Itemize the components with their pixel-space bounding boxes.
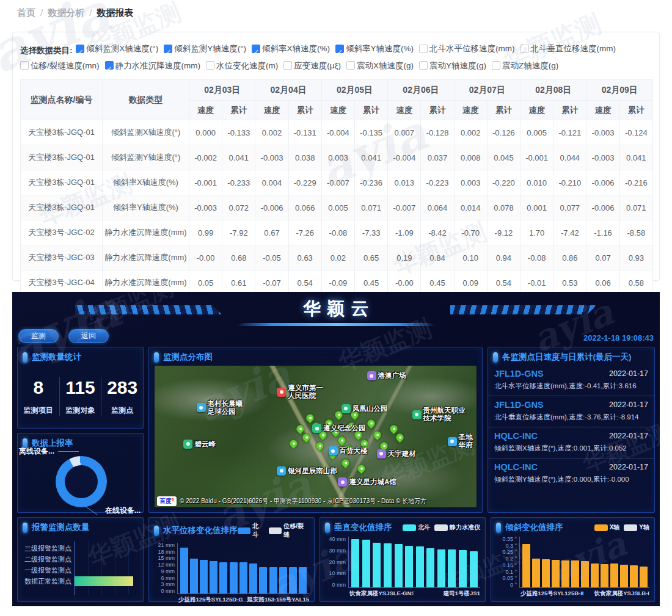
bar (416, 546, 424, 587)
cell-value: 0.013 (388, 170, 421, 195)
map-pin-icon[interactable] (288, 438, 299, 449)
checked-checkbox-icon[interactable] (252, 45, 260, 53)
bar (448, 549, 456, 587)
x-axis-label: 饮食家属楼YSJSLE-GNS (349, 590, 414, 598)
map-pin-icon[interactable] (388, 424, 399, 435)
breadcrumb-data-analysis[interactable]: 数据分析 (48, 7, 84, 18)
map-pin-icon[interactable] (314, 441, 325, 452)
panel-pill-icon (325, 523, 330, 533)
legend-item[interactable]: 位移/裂缝 (269, 522, 309, 539)
map-place[interactable]: 凤凰山公园 (341, 404, 388, 413)
filter-checkbox-item[interactable]: 震动Y轴速度(g) (419, 58, 486, 73)
filter-checkbox-item[interactable]: 震动Z轴速度(g) (492, 58, 558, 73)
map-place[interactable]: 老村长晨曦 足球公园 (197, 400, 243, 416)
cell-value: 0.19 (388, 245, 421, 270)
bar (620, 565, 628, 587)
map-place[interactable]: 遵义市第一 人民医院 (277, 384, 323, 400)
map-place[interactable]: 天宇建材 (377, 449, 416, 458)
legend-item[interactable]: 北斗 (238, 522, 265, 539)
map-pin-icon[interactable] (395, 432, 406, 443)
dashboard-datetime: 2022-1-18 19:08:43 (583, 333, 654, 342)
filter-checkbox-item[interactable]: 倾斜率X轴速度(%) (252, 41, 330, 56)
unchecked-checkbox-icon[interactable] (520, 45, 529, 53)
unchecked-checkbox-icon[interactable] (419, 61, 428, 70)
cell-value: -0.004 (388, 145, 421, 170)
map-place-label: 遵义纪念公园 (323, 424, 365, 432)
latest-list: JFL1D-GNS2022-01-17北斗水平位移速度(mm),速度:-0.41… (488, 365, 654, 489)
map-place[interactable]: 银河星辰南山郡 (277, 466, 337, 476)
map-place-marker-icon (329, 446, 338, 455)
cell-value: -0.08 (321, 220, 354, 245)
filter-checkbox-item[interactable]: 位移/裂缝速度(mn) (20, 58, 100, 73)
latest-reading-item[interactable]: HQLC-INC2022-01-17倾斜监测Y轴速度(°),速度:0.000,累… (488, 458, 654, 489)
bar (459, 550, 467, 587)
checked-checkbox-icon[interactable] (164, 45, 172, 53)
legend-item[interactable]: Y轴 (624, 523, 649, 532)
cell-value: -0.003 (586, 145, 619, 170)
checked-checkbox-icon[interactable] (335, 45, 344, 53)
map-place[interactable]: 碧云峰 (183, 440, 216, 449)
latest-reading-item[interactable]: JFL1D-GNS2022-01-17北斗水平位移速度(mm),速度:-0.41… (488, 365, 654, 396)
map-place[interactable]: 港澳广场 (367, 371, 406, 380)
back-button[interactable]: 返回 (68, 329, 109, 343)
map-place[interactable]: 百货大楼 (329, 446, 368, 455)
map[interactable]: 百度° © 2022 Baidu - GS(2021)6026号 - 甲测资字1… (155, 366, 477, 507)
donut-connector-line (58, 451, 79, 452)
map-place[interactable]: 圣地华府 (448, 433, 477, 449)
map-panel: 监测点分布图 百度° © 2022 Baidu - GS(2021)6026号 … (148, 347, 483, 513)
cell-value: 0.010 (520, 170, 553, 195)
bar (437, 549, 445, 587)
filter-checkbox-item[interactable]: 北斗水平位移速度(mm) (419, 41, 514, 56)
legend-item[interactable]: 北斗 (403, 523, 430, 532)
cell-value: -0.229 (288, 170, 321, 195)
map-place[interactable]: 贵州航天职业 技术学院 (412, 407, 466, 422)
cell-value: 0.002 (255, 120, 288, 145)
latest-reading-item[interactable]: JFL1D-GNS2022-01-17北斗垂直位移速度(mm),速度:-3.76… (488, 396, 654, 427)
filter-checkbox-item[interactable]: 北斗垂直位移速度(mm) (520, 41, 616, 56)
map-pin-icon[interactable] (301, 432, 312, 443)
filter-checkbox-label: 应变速度(μξ) (294, 58, 341, 73)
map-pin-icon[interactable] (365, 418, 376, 429)
filter-checkbox-item[interactable]: 倾斜监测X轴速度(°) (76, 41, 158, 56)
map-place-label: 圣地华府 (459, 433, 477, 449)
legend-item[interactable]: 静力水准仪 (434, 523, 480, 532)
filter-checkbox-item[interactable]: 倾斜监测Y轴速度(°) (164, 41, 246, 56)
cell-value: 0.014 (454, 195, 487, 220)
map-pin-icon[interactable] (340, 457, 351, 468)
latest-reading-item[interactable]: HQLC-INC2022-01-17倾斜监测X轴速度(°),速度:0.001,累… (488, 427, 654, 458)
map-place[interactable]: 遵义纪念公园 (312, 424, 365, 433)
filter-checkbox-item[interactable]: 水位变化速度(m) (206, 58, 278, 73)
unchecked-checkbox-icon[interactable] (346, 61, 355, 70)
map-pin-icon[interactable] (372, 429, 383, 440)
y-axis-tick-label: 0 mm (332, 582, 346, 588)
filter-checkbox-item[interactable]: 应变速度(μξ) (283, 58, 341, 73)
chart-legend: 北斗位移/裂缝 (238, 522, 310, 539)
checked-checkbox-icon[interactable] (105, 61, 114, 70)
legend-item[interactable]: X轴 (594, 523, 620, 532)
stats-panel-title-row: 监测数量统计 (18, 347, 143, 365)
map-pin-icon[interactable] (356, 463, 367, 474)
map-place[interactable]: 遵义星力城A馆 (338, 477, 396, 487)
breadcrumb-home[interactable]: 首页 (17, 7, 35, 18)
report-table-head: 监测点名称/编号数据类型02月03日02月04日02月05日02月06日02月0… (21, 80, 653, 120)
latest-item-head: JFL1D-GNS2022-01-17 (494, 400, 648, 410)
unchecked-checkbox-icon[interactable] (20, 61, 29, 70)
filter-checkbox-item[interactable]: 震动X轴速度(g) (346, 58, 414, 73)
y-axis-tick-label: 0.2 ° (505, 556, 517, 562)
cell-point-name: 天宝楼3栋-JGQ-01 (21, 170, 103, 195)
unchecked-checkbox-icon[interactable] (283, 61, 292, 70)
y-axis-tick-label: 15 mm (158, 556, 175, 561)
monitor-button[interactable]: 监测 (18, 329, 59, 343)
filter-label: 选择数据类目: (20, 46, 73, 55)
map-pin-icon[interactable] (337, 435, 348, 446)
cell-value: -8.58 (619, 220, 652, 245)
filter-checkbox-item[interactable]: 静力水准沉降速度(mm) (105, 58, 200, 73)
unchecked-checkbox-icon[interactable] (492, 61, 500, 70)
checked-checkbox-icon[interactable] (76, 45, 84, 53)
bar (426, 548, 434, 587)
filter-checkbox-item[interactable]: 倾斜率Y轴速度(%) (335, 41, 414, 56)
unchecked-checkbox-icon[interactable] (419, 45, 428, 53)
unchecked-checkbox-icon[interactable] (206, 61, 214, 70)
x-axis-label: 建司1号楼JS1 (444, 590, 480, 598)
map-pin-icon[interactable] (304, 412, 315, 423)
